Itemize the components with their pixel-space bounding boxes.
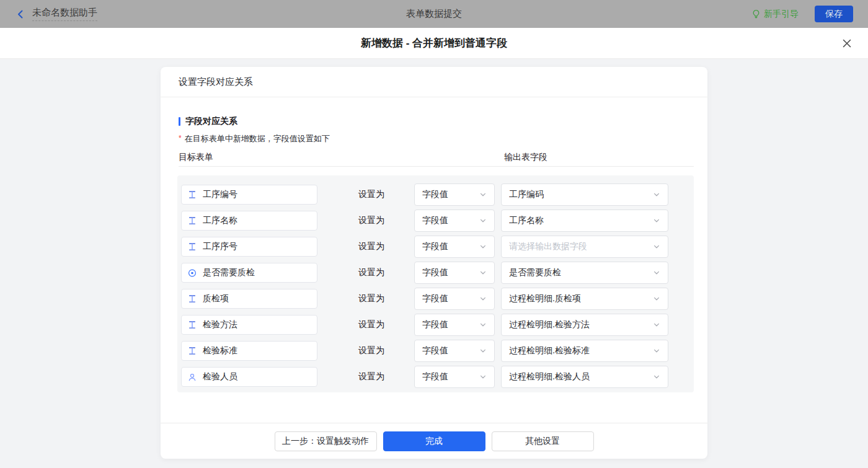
set-as-label: 设置为 [358,241,384,252]
modal-body: 设置字段对应关系 字段对应关系 * 在目标表单中新增数据，字段值设置如下 目标表… [0,59,868,468]
value-type-value: 字段值 [422,241,448,252]
target-field-input[interactable]: 工序名称 [181,211,317,231]
output-field-select[interactable]: 工序名称 [501,210,668,232]
set-as-label: 设置为 [358,371,384,382]
output-field-select[interactable]: 工序编码 [501,183,668,206]
value-type-select[interactable]: 字段值 [414,262,495,284]
column-divider [179,166,694,167]
text-field-icon [188,347,197,355]
target-field-input[interactable]: 质检项 [181,289,317,309]
target-field-input[interactable]: 工序序号 [181,237,317,257]
target-field-label: 检验人员 [203,371,237,382]
output-field-value: 工序编码 [509,189,544,200]
chevron-down-icon [479,295,487,302]
chevron-down-icon [479,269,487,276]
text-field-icon [188,190,197,199]
chevron-down-icon [479,347,487,355]
required-mark: * [179,134,182,143]
section-title: 字段对应关系 [179,116,694,127]
section-accent-bar [179,117,180,126]
topbar: 未命名数据助手 表单数据提交 新手引导 保存 [0,0,868,28]
chevron-down-icon [653,295,660,302]
other-settings-button[interactable]: 其他设置 [492,431,594,451]
value-type-value: 字段值 [422,319,448,330]
note-text: 在目标表单中新增数据，字段值设置如下 [185,133,330,144]
target-field-label: 检验方法 [203,319,237,330]
set-as-label: 设置为 [358,319,384,330]
text-field-icon [188,242,197,251]
mapping-row: 工序序号设置为字段值请选择输出数据字段 [181,236,694,258]
set-as-label: 设置为 [358,345,384,356]
page-title: 表单数据提交 [0,8,868,20]
output-field-select[interactable]: 过程检明细.检验方法 [501,314,668,336]
target-field-label: 质检项 [203,293,229,304]
previous-step-button[interactable]: 上一步：设置触发动作 [275,431,377,451]
mapping-row: 检验标准设置为字段值过程检明细.检验标准 [181,340,694,362]
section-label: 字段对应关系 [185,116,237,127]
value-type-select[interactable]: 字段值 [414,183,495,206]
guide-label: 新手引导 [764,9,799,20]
value-type-value: 字段值 [422,215,448,226]
chevron-down-icon [479,243,487,250]
chevron-down-icon [653,269,660,276]
mapping-row: 工序名称设置为字段值工序名称 [181,210,694,232]
mapping-card: 设置字段对应关系 字段对应关系 * 在目标表单中新增数据，字段值设置如下 目标表… [161,67,707,459]
chevron-down-icon [479,321,487,329]
text-field-icon [188,216,197,225]
output-field-select[interactable]: 是否需要质检 [501,262,668,284]
output-field-select[interactable]: 过程检明细.检验标准 [501,340,668,362]
chevron-down-icon [653,347,660,355]
value-type-value: 字段值 [422,267,448,278]
close-icon[interactable] [842,38,852,48]
chevron-down-icon [479,217,487,224]
mapping-row: 是否需要质检设置为字段值是否需要质检 [181,262,694,284]
target-field-label: 是否需要质检 [203,267,255,278]
target-field-input[interactable]: 检验人员 [181,367,317,387]
mapping-row: 工序编号设置为字段值工序编码 [181,183,694,206]
value-type-select[interactable]: 字段值 [414,236,495,258]
card-body: 字段对应关系 * 在目标表单中新增数据，字段值设置如下 目标表单 输出表字段 工… [161,97,707,423]
target-field-label: 工序编号 [203,189,237,200]
chevron-down-icon [479,373,487,381]
back-icon[interactable] [15,9,26,20]
output-field-select[interactable]: 请选择输出数据字段 [501,236,668,258]
value-type-select[interactable]: 字段值 [414,366,495,388]
output-field-select[interactable]: 过程检明细.质检项 [501,288,668,310]
value-type-select[interactable]: 字段值 [414,210,495,232]
card-header: 设置字段对应关系 [161,67,707,97]
chevron-down-icon [653,321,660,329]
output-field-value: 请选择输出数据字段 [509,241,587,252]
target-field-input[interactable]: 是否需要质检 [181,263,317,283]
value-type-select[interactable]: 字段值 [414,340,495,362]
output-field-value: 工序名称 [509,215,544,226]
target-field-input[interactable]: 检验方法 [181,315,317,335]
column-headers: 目标表单 输出表字段 [179,152,694,163]
output-field-value: 过程检明细.检验标准 [509,345,590,356]
set-as-label: 设置为 [358,189,384,200]
save-button[interactable]: 保存 [815,6,853,22]
target-field-label: 检验标准 [203,345,237,356]
mapping-row: 检验人员设置为字段值过程检明细.检验人员 [181,366,694,388]
assistant-name[interactable]: 未命名数据助手 [32,7,97,21]
topbar-right: 新手引导 保存 [751,6,853,22]
value-type-value: 字段值 [422,371,448,382]
modal-header: 新增数据 - 合并新增到普通字段 [0,28,868,59]
bulb-icon [751,9,761,19]
value-type-select[interactable]: 字段值 [414,314,495,336]
text-field-icon [188,294,197,303]
value-type-value: 字段值 [422,345,448,356]
output-field-value: 过程检明细.检验人员 [509,371,590,382]
value-type-select[interactable]: 字段值 [414,288,495,310]
mapping-rows: 工序编号设置为字段值工序编码工序名称设置为字段值工序名称工序序号设置为字段值请选… [177,175,694,392]
guide-link[interactable]: 新手引导 [751,9,799,20]
done-button[interactable]: 完成 [383,431,485,451]
screen: 未命名数据助手 表单数据提交 新手引导 保存 新增数据 - 合并新增到普通字段 … [0,0,868,468]
output-field-select[interactable]: 过程检明细.检验人员 [501,366,668,388]
card-footer: 上一步：设置触发动作 完成 其他设置 [161,423,707,459]
output-field-value: 过程检明细.检验方法 [509,319,590,330]
chevron-down-icon [653,217,660,224]
target-field-input[interactable]: 检验标准 [181,341,317,361]
chevron-down-icon [653,191,660,198]
target-field-input[interactable]: 工序编号 [181,185,317,205]
set-as-label: 设置为 [358,293,384,304]
